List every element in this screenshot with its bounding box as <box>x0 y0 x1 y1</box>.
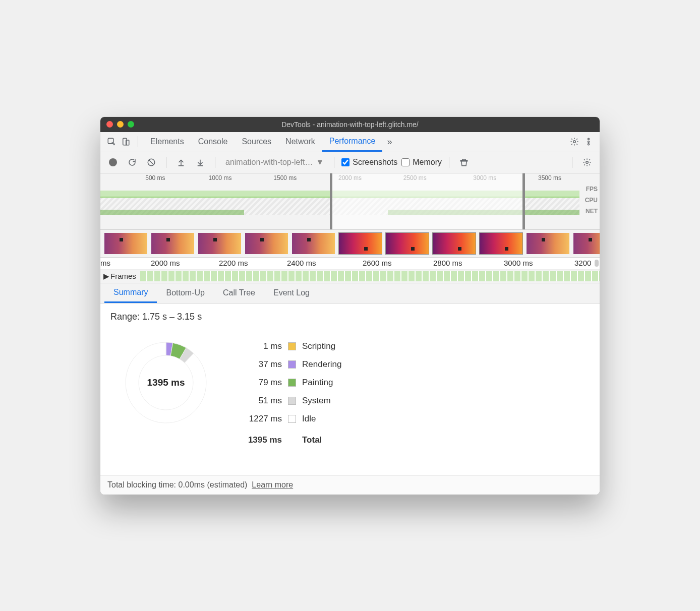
overview-minimap[interactable]: 500 ms1000 ms1500 ms2000 ms2500 ms3000 m… <box>100 173 600 230</box>
clear-button[interactable] <box>144 155 159 170</box>
learn-more-link[interactable]: Learn more <box>252 480 293 489</box>
overview-tick: 1500 ms <box>273 174 297 181</box>
window-title: DevTools - animation-with-top-left.glitc… <box>100 120 600 129</box>
legend-ms: 79 ms <box>242 378 282 388</box>
legend-swatch <box>288 360 296 369</box>
tab-elements[interactable]: Elements <box>143 132 191 152</box>
legend-total-row: 1395 msTotal <box>242 431 341 449</box>
divider <box>138 136 138 147</box>
legend-label: Rendering <box>302 359 341 370</box>
svg-point-6 <box>588 144 590 145</box>
screenshots-checkbox[interactable]: Screenshots <box>341 158 397 167</box>
detail-tab-summary[interactable]: Summary <box>104 283 157 303</box>
tab-performance[interactable]: Performance <box>322 132 383 152</box>
dropdown-caret-icon: ▼ <box>316 158 324 167</box>
screenshot-thumbnail[interactable] <box>527 233 569 254</box>
legend-swatch <box>288 397 296 405</box>
screenshots-checkbox-input[interactable] <box>341 158 349 166</box>
legend-swatch <box>288 415 296 423</box>
screenshot-thumbnail[interactable] <box>245 233 288 254</box>
net-label: NET <box>585 206 598 217</box>
flamechart-area[interactable]: ms2000 ms2200 ms2400 ms2600 ms2800 ms300… <box>100 258 600 283</box>
timeline-tick: 2000 ms <box>151 259 180 267</box>
tab-sources[interactable]: Sources <box>235 132 278 152</box>
screenshots-label: Screenshots <box>353 158 397 167</box>
screenshot-thumbnail[interactable] <box>151 233 194 254</box>
frames-track[interactable]: ▶ Frames <box>100 270 600 283</box>
frames-label: Frames <box>110 272 136 280</box>
legend-row: 1 ms Scripting <box>242 337 341 355</box>
memory-label: Memory <box>413 158 442 167</box>
memory-checkbox[interactable]: Memory <box>401 158 442 167</box>
more-tabs-icon[interactable]: » <box>382 135 396 149</box>
screenshot-thumbnail[interactable] <box>573 233 600 254</box>
screenshot-thumbnail[interactable] <box>292 233 335 254</box>
screenshot-thumbnail[interactable] <box>433 233 476 254</box>
overview-tick: 3500 ms <box>538 174 561 181</box>
frames-bars <box>140 271 600 281</box>
legend-row: 1227 ms Idle <box>242 410 341 428</box>
memory-checkbox-input[interactable] <box>401 158 410 166</box>
kebab-menu-icon[interactable] <box>581 135 596 149</box>
overview-tick: 1000 ms <box>209 174 232 181</box>
screenshot-thumbnail[interactable] <box>104 233 147 254</box>
record-button[interactable] <box>105 155 121 170</box>
legend-swatch <box>288 342 296 350</box>
overview-selection-handles[interactable] <box>330 173 524 229</box>
timeline-tick: 3200 <box>574 259 591 267</box>
overview-tick: 500 ms <box>145 174 165 181</box>
legend-ms: 1 ms <box>242 341 282 351</box>
detail-tab-bottom-up[interactable]: Bottom-Up <box>157 283 213 303</box>
reload-record-button[interactable] <box>125 155 140 170</box>
screenshot-thumbnail[interactable] <box>386 233 429 254</box>
settings-gear-icon[interactable] <box>567 135 581 149</box>
timeline-ruler: ms2000 ms2200 ms2400 ms2600 ms2800 ms300… <box>100 258 600 270</box>
timeline-tick: 3000 ms <box>504 259 533 267</box>
timeline-tick: ms <box>100 259 110 267</box>
divider <box>334 157 334 168</box>
timeline-tick: 2400 ms <box>287 259 316 267</box>
screenshot-filmstrip[interactable] <box>100 230 600 258</box>
legend-row: 37 ms Rendering <box>242 355 341 374</box>
devtools-tabbar: ElementsConsoleSourcesNetworkPerformance… <box>100 132 600 152</box>
upload-profile-button[interactable] <box>173 155 189 170</box>
tab-network[interactable]: Network <box>278 132 322 152</box>
detail-tab-call-tree[interactable]: Call Tree <box>214 283 264 303</box>
summary-legend: 1 ms Scripting37 ms Rendering79 ms Paint… <box>242 337 341 449</box>
scrollbar-indicator[interactable] <box>595 260 599 267</box>
legend-label: Scripting <box>302 341 335 351</box>
fps-label: FPS <box>585 184 598 195</box>
legend-ms: 37 ms <box>242 359 282 370</box>
delete-profile-button[interactable] <box>456 155 472 170</box>
legend-label: Painting <box>302 378 333 388</box>
footer-bar: Total blocking time: 0.00ms (estimated) … <box>100 475 600 495</box>
screenshot-thumbnail[interactable] <box>480 233 522 254</box>
screenshot-thumbnail[interactable] <box>198 233 241 254</box>
tab-console[interactable]: Console <box>191 132 235 152</box>
screenshot-thumbnail[interactable] <box>339 233 382 254</box>
divider <box>166 157 166 168</box>
timeline-tick: 2200 ms <box>219 259 248 267</box>
device-toggle-icon[interactable] <box>119 135 133 149</box>
frames-track-toggle[interactable]: ▶ Frames <box>103 272 136 281</box>
legend-row: 51 ms System <box>242 392 341 410</box>
inspect-element-icon[interactable] <box>104 135 119 149</box>
detail-tab-event-log[interactable]: Event Log <box>264 283 319 303</box>
svg-point-3 <box>573 141 576 143</box>
legend-ms: 1227 ms <box>242 414 282 424</box>
capture-settings-gear-icon[interactable] <box>579 155 595 170</box>
divider <box>449 157 449 168</box>
download-profile-button[interactable] <box>193 155 208 170</box>
summary-donut-chart: 1395 ms <box>121 337 211 428</box>
legend-row: 79 ms Painting <box>242 374 341 392</box>
overview-track-labels: FPS CPU NET <box>585 184 598 217</box>
donut-center-total: 1395 ms <box>147 377 185 388</box>
cpu-label: CPU <box>585 195 598 206</box>
svg-point-4 <box>588 138 590 140</box>
tbt-label: Total blocking time: 0.00ms (estimated) <box>107 480 247 489</box>
svg-point-8 <box>586 161 589 164</box>
divider <box>215 157 215 168</box>
recording-selector[interactable]: animation-with-top-left… ▼ <box>222 158 327 167</box>
titlebar: DevTools - animation-with-top-left.glitc… <box>100 117 600 132</box>
performance-toolbar: animation-with-top-left… ▼ Screenshots M… <box>100 152 600 173</box>
